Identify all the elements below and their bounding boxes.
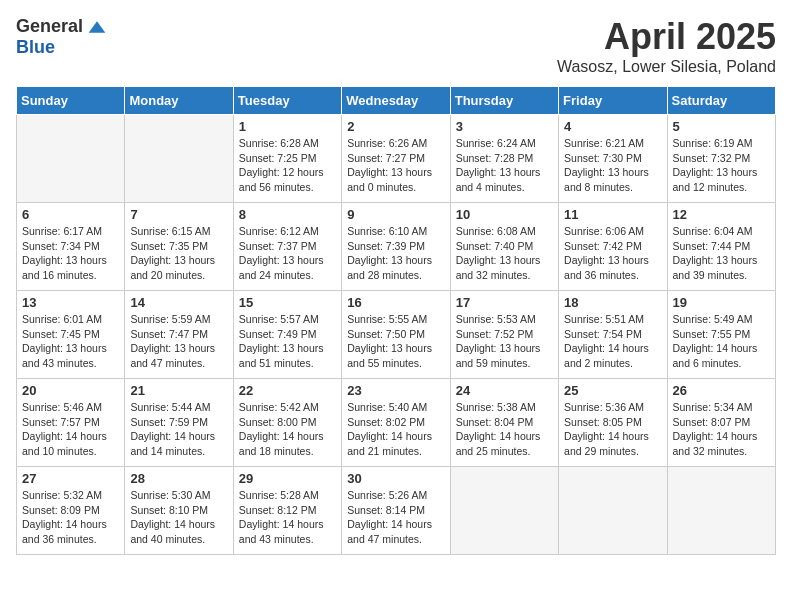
calendar-cell bbox=[17, 115, 125, 203]
weekday-header: Tuesday bbox=[233, 87, 341, 115]
weekday-header: Friday bbox=[559, 87, 667, 115]
logo: General Blue bbox=[16, 16, 107, 58]
day-detail: Sunrise: 6:06 AMSunset: 7:42 PMDaylight:… bbox=[564, 224, 661, 283]
day-detail: Sunrise: 5:49 AMSunset: 7:55 PMDaylight:… bbox=[673, 312, 770, 371]
calendar-cell: 6Sunrise: 6:17 AMSunset: 7:34 PMDaylight… bbox=[17, 203, 125, 291]
calendar-cell: 5Sunrise: 6:19 AMSunset: 7:32 PMDaylight… bbox=[667, 115, 775, 203]
calendar-cell: 1Sunrise: 6:28 AMSunset: 7:25 PMDaylight… bbox=[233, 115, 341, 203]
day-number: 16 bbox=[347, 295, 444, 310]
day-detail: Sunrise: 5:36 AMSunset: 8:05 PMDaylight:… bbox=[564, 400, 661, 459]
day-detail: Sunrise: 5:40 AMSunset: 8:02 PMDaylight:… bbox=[347, 400, 444, 459]
month-title: April 2025 bbox=[557, 16, 776, 58]
calendar-cell: 9Sunrise: 6:10 AMSunset: 7:39 PMDaylight… bbox=[342, 203, 450, 291]
calendar-cell: 20Sunrise: 5:46 AMSunset: 7:57 PMDayligh… bbox=[17, 379, 125, 467]
calendar-cell: 17Sunrise: 5:53 AMSunset: 7:52 PMDayligh… bbox=[450, 291, 558, 379]
weekday-header: Wednesday bbox=[342, 87, 450, 115]
day-detail: Sunrise: 6:12 AMSunset: 7:37 PMDaylight:… bbox=[239, 224, 336, 283]
calendar-cell: 11Sunrise: 6:06 AMSunset: 7:42 PMDayligh… bbox=[559, 203, 667, 291]
calendar-cell: 18Sunrise: 5:51 AMSunset: 7:54 PMDayligh… bbox=[559, 291, 667, 379]
day-number: 22 bbox=[239, 383, 336, 398]
day-detail: Sunrise: 6:24 AMSunset: 7:28 PMDaylight:… bbox=[456, 136, 553, 195]
header-row: SundayMondayTuesdayWednesdayThursdayFrid… bbox=[17, 87, 776, 115]
day-number: 3 bbox=[456, 119, 553, 134]
calendar-week-row: 1Sunrise: 6:28 AMSunset: 7:25 PMDaylight… bbox=[17, 115, 776, 203]
day-number: 20 bbox=[22, 383, 119, 398]
header: General Blue April 2025 Wasosz, Lower Si… bbox=[16, 16, 776, 76]
day-detail: Sunrise: 5:38 AMSunset: 8:04 PMDaylight:… bbox=[456, 400, 553, 459]
calendar-cell bbox=[125, 115, 233, 203]
day-number: 6 bbox=[22, 207, 119, 222]
calendar-cell bbox=[667, 467, 775, 555]
calendar-cell: 28Sunrise: 5:30 AMSunset: 8:10 PMDayligh… bbox=[125, 467, 233, 555]
day-number: 1 bbox=[239, 119, 336, 134]
calendar-cell: 7Sunrise: 6:15 AMSunset: 7:35 PMDaylight… bbox=[125, 203, 233, 291]
day-number: 5 bbox=[673, 119, 770, 134]
day-detail: Sunrise: 6:08 AMSunset: 7:40 PMDaylight:… bbox=[456, 224, 553, 283]
day-detail: Sunrise: 5:32 AMSunset: 8:09 PMDaylight:… bbox=[22, 488, 119, 547]
day-number: 17 bbox=[456, 295, 553, 310]
day-number: 13 bbox=[22, 295, 119, 310]
day-number: 10 bbox=[456, 207, 553, 222]
svg-marker-0 bbox=[89, 21, 106, 33]
day-detail: Sunrise: 5:28 AMSunset: 8:12 PMDaylight:… bbox=[239, 488, 336, 547]
day-number: 21 bbox=[130, 383, 227, 398]
calendar-cell: 27Sunrise: 5:32 AMSunset: 8:09 PMDayligh… bbox=[17, 467, 125, 555]
calendar-cell: 25Sunrise: 5:36 AMSunset: 8:05 PMDayligh… bbox=[559, 379, 667, 467]
day-detail: Sunrise: 5:42 AMSunset: 8:00 PMDaylight:… bbox=[239, 400, 336, 459]
weekday-header: Saturday bbox=[667, 87, 775, 115]
calendar-cell: 16Sunrise: 5:55 AMSunset: 7:50 PMDayligh… bbox=[342, 291, 450, 379]
logo-general: General bbox=[16, 16, 83, 37]
calendar-cell: 4Sunrise: 6:21 AMSunset: 7:30 PMDaylight… bbox=[559, 115, 667, 203]
calendar-cell: 3Sunrise: 6:24 AMSunset: 7:28 PMDaylight… bbox=[450, 115, 558, 203]
calendar-cell: 22Sunrise: 5:42 AMSunset: 8:00 PMDayligh… bbox=[233, 379, 341, 467]
calendar-week-row: 20Sunrise: 5:46 AMSunset: 7:57 PMDayligh… bbox=[17, 379, 776, 467]
day-detail: Sunrise: 6:01 AMSunset: 7:45 PMDaylight:… bbox=[22, 312, 119, 371]
day-detail: Sunrise: 6:26 AMSunset: 7:27 PMDaylight:… bbox=[347, 136, 444, 195]
calendar-cell: 2Sunrise: 6:26 AMSunset: 7:27 PMDaylight… bbox=[342, 115, 450, 203]
day-number: 24 bbox=[456, 383, 553, 398]
day-number: 4 bbox=[564, 119, 661, 134]
day-detail: Sunrise: 5:57 AMSunset: 7:49 PMDaylight:… bbox=[239, 312, 336, 371]
calendar-cell bbox=[450, 467, 558, 555]
day-number: 11 bbox=[564, 207, 661, 222]
day-number: 18 bbox=[564, 295, 661, 310]
weekday-header: Thursday bbox=[450, 87, 558, 115]
calendar-cell: 10Sunrise: 6:08 AMSunset: 7:40 PMDayligh… bbox=[450, 203, 558, 291]
calendar-cell: 19Sunrise: 5:49 AMSunset: 7:55 PMDayligh… bbox=[667, 291, 775, 379]
day-number: 15 bbox=[239, 295, 336, 310]
day-number: 8 bbox=[239, 207, 336, 222]
calendar-week-row: 6Sunrise: 6:17 AMSunset: 7:34 PMDaylight… bbox=[17, 203, 776, 291]
day-number: 14 bbox=[130, 295, 227, 310]
day-detail: Sunrise: 5:53 AMSunset: 7:52 PMDaylight:… bbox=[456, 312, 553, 371]
calendar-cell: 29Sunrise: 5:28 AMSunset: 8:12 PMDayligh… bbox=[233, 467, 341, 555]
calendar-cell: 23Sunrise: 5:40 AMSunset: 8:02 PMDayligh… bbox=[342, 379, 450, 467]
calendar-cell: 14Sunrise: 5:59 AMSunset: 7:47 PMDayligh… bbox=[125, 291, 233, 379]
calendar: SundayMondayTuesdayWednesdayThursdayFrid… bbox=[16, 86, 776, 555]
weekday-header: Monday bbox=[125, 87, 233, 115]
day-detail: Sunrise: 5:34 AMSunset: 8:07 PMDaylight:… bbox=[673, 400, 770, 459]
day-number: 7 bbox=[130, 207, 227, 222]
calendar-cell: 21Sunrise: 5:44 AMSunset: 7:59 PMDayligh… bbox=[125, 379, 233, 467]
day-number: 2 bbox=[347, 119, 444, 134]
day-number: 29 bbox=[239, 471, 336, 486]
day-detail: Sunrise: 5:44 AMSunset: 7:59 PMDaylight:… bbox=[130, 400, 227, 459]
calendar-cell: 8Sunrise: 6:12 AMSunset: 7:37 PMDaylight… bbox=[233, 203, 341, 291]
calendar-cell bbox=[559, 467, 667, 555]
day-number: 27 bbox=[22, 471, 119, 486]
calendar-week-row: 27Sunrise: 5:32 AMSunset: 8:09 PMDayligh… bbox=[17, 467, 776, 555]
day-detail: Sunrise: 6:21 AMSunset: 7:30 PMDaylight:… bbox=[564, 136, 661, 195]
calendar-cell: 30Sunrise: 5:26 AMSunset: 8:14 PMDayligh… bbox=[342, 467, 450, 555]
calendar-cell: 26Sunrise: 5:34 AMSunset: 8:07 PMDayligh… bbox=[667, 379, 775, 467]
day-detail: Sunrise: 6:19 AMSunset: 7:32 PMDaylight:… bbox=[673, 136, 770, 195]
day-detail: Sunrise: 5:59 AMSunset: 7:47 PMDaylight:… bbox=[130, 312, 227, 371]
day-detail: Sunrise: 5:46 AMSunset: 7:57 PMDaylight:… bbox=[22, 400, 119, 459]
day-number: 19 bbox=[673, 295, 770, 310]
calendar-cell: 15Sunrise: 5:57 AMSunset: 7:49 PMDayligh… bbox=[233, 291, 341, 379]
day-detail: Sunrise: 6:04 AMSunset: 7:44 PMDaylight:… bbox=[673, 224, 770, 283]
calendar-cell: 13Sunrise: 6:01 AMSunset: 7:45 PMDayligh… bbox=[17, 291, 125, 379]
logo-blue: Blue bbox=[16, 37, 55, 58]
day-number: 25 bbox=[564, 383, 661, 398]
day-detail: Sunrise: 6:10 AMSunset: 7:39 PMDaylight:… bbox=[347, 224, 444, 283]
title-area: April 2025 Wasosz, Lower Silesia, Poland bbox=[557, 16, 776, 76]
day-number: 30 bbox=[347, 471, 444, 486]
